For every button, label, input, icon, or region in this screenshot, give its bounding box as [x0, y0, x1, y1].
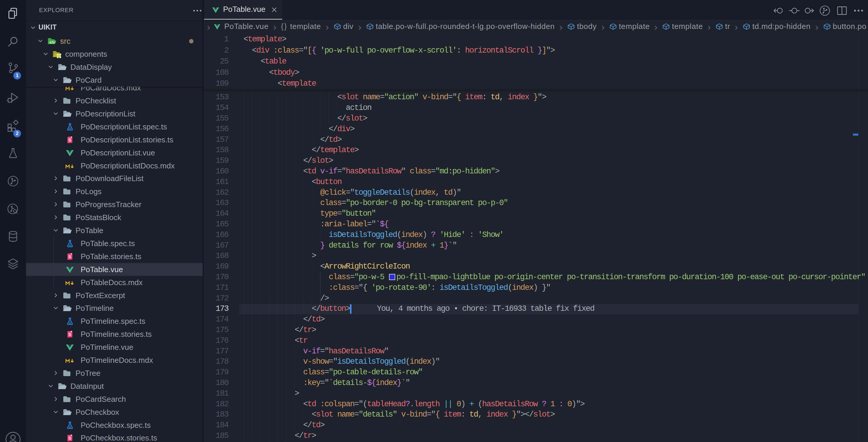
svg-text:S: S — [68, 436, 71, 441]
svg-text:S: S — [68, 254, 71, 259]
svg-text:S: S — [68, 138, 71, 142]
svg-text:S: S — [68, 332, 71, 337]
